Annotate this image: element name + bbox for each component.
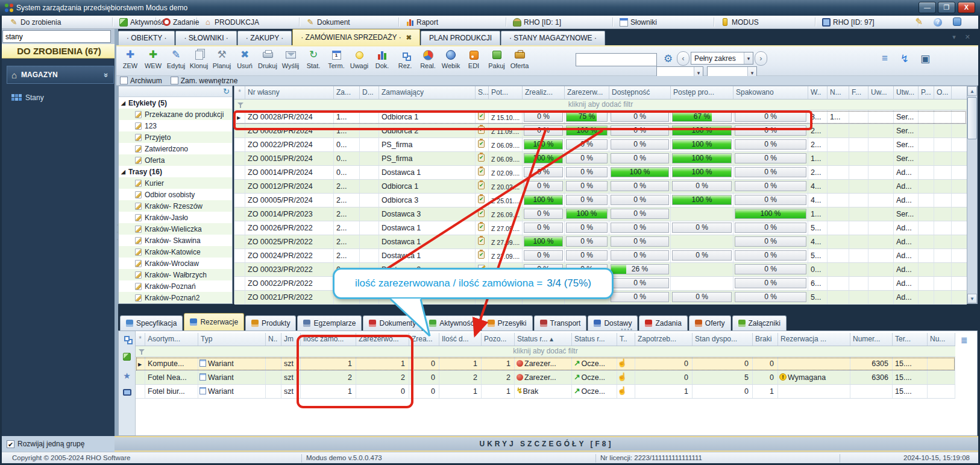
todo-header[interactable]: DO ZROBIENIA (67) (2, 44, 116, 59)
archive-checkbox[interactable]: Archiwum (120, 77, 162, 85)
column-header-nu[interactable]: Nu... (928, 333, 955, 346)
reservation-row-kompute[interactable]: ▸Kompute...Wariantszt11011Zarezer...↗Ocz… (136, 357, 955, 371)
range-prev-button[interactable]: ‹ (677, 51, 689, 66)
column-header-zamow[interactable]: Ilość zamó... (301, 333, 356, 346)
sidebar-group-magazyn[interactable]: ⌂ MAGAZYN » (7, 66, 114, 84)
grid-filter-row[interactable]: kliknij aby dodać filtr (136, 346, 955, 357)
detail-tab-transport[interactable]: Transport (534, 315, 587, 331)
menu-item-raport[interactable]: Raport (403, 16, 441, 28)
expand-group-checkbox[interactable]: ✔ Rozwijaj jedną grupę (2, 436, 115, 452)
tree-item-kraków-wałbrzych[interactable]: Kraków- Wałbrzych (119, 269, 232, 280)
detail-tab-aktywność[interactable]: Aktywność (423, 315, 480, 331)
hide-details-bar[interactable]: UKRYJ SZCZEGÓŁY [F8] (115, 436, 978, 452)
tree-item-kraków-jasło[interactable]: Kraków-Jasło (119, 212, 232, 223)
toolbar-button-wyślij[interactable]: Wyślij (279, 48, 302, 75)
tab-close-icon[interactable]: ✖ (406, 30, 412, 45)
toolbar-button-dok[interactable]: Dok. (371, 48, 394, 75)
column-header-st2[interactable]: Status r... (572, 333, 617, 346)
column-header-w[interactable]: W.. (808, 86, 828, 99)
column-header-utw[interactable]: Utw... (894, 86, 919, 99)
column-header-postep[interactable]: Postęp pro... (671, 86, 733, 99)
toolbar-button-klonuj[interactable]: Klonuj (187, 48, 210, 75)
column-header-pot[interactable]: Pot... (489, 86, 523, 99)
column-header-o[interactable]: O... (934, 86, 952, 99)
column-header-n[interactable]: N... (828, 86, 849, 99)
toolbar-button-real[interactable]: Real. (416, 48, 439, 75)
column-header-pp[interactable]: P... (919, 86, 934, 99)
menu-item-dokument[interactable]: ✎Dokument (303, 16, 353, 28)
reservation-row-fotel-biur[interactable]: Fotel biur...Wariantszt10011↯Brak↗Ocze..… (136, 385, 955, 399)
detail-tab-produkty[interactable]: Produkty (245, 315, 296, 331)
toolbar-button-term[interactable]: 1Term. (325, 48, 348, 75)
tree-group-etykiety-5[interactable]: ◢Etykiety (5) (119, 97, 232, 109)
chat-button[interactable] (953, 17, 961, 28)
tab-overflow-controls[interactable]: ▾ ✕ (952, 33, 974, 41)
gear-icon[interactable]: ⚙ (664, 52, 673, 65)
tree-item-kraków-poznań2[interactable]: Kraków-Poznań2 (119, 292, 232, 303)
order-row-zo-00026-pr-2022[interactable]: ZO 00026/PR/20222...Dostawca 1Z 27.09...… (234, 221, 967, 235)
detail-tab-przesyłki[interactable]: Przesyłki (482, 315, 533, 331)
tree-item-123[interactable]: 123 (119, 120, 232, 131)
column-header-ind[interactable]: * (234, 86, 245, 99)
column-header-zarez[interactable]: Zarezerwo... (356, 333, 409, 346)
tree-item-kurier[interactable]: Kurier (119, 177, 232, 189)
toolbar-search-input[interactable] (576, 53, 657, 66)
menu-item-modus[interactable]: MODUS (718, 16, 762, 28)
main-grid-scrollbar[interactable]: ▲ ▼ (967, 86, 978, 304)
tree-item-przekazane-do-produkcji[interactable]: Przekazane do produkcji (119, 109, 232, 120)
tree-item-kraków-rzeszów[interactable]: Kraków- Rzeszów (119, 200, 232, 212)
detail-tab-rezerwacje[interactable]: Rezerwacje (184, 313, 244, 331)
toolbar-button-webik[interactable]: Webik (439, 48, 462, 75)
column-header-dostep[interactable]: Dostępność (609, 86, 671, 99)
detail-tab-specyfikacja[interactable]: Specyfikacja (120, 315, 183, 331)
column-header-typ[interactable]: Typ (198, 333, 266, 346)
column-header-zrea[interactable]: Zrea... (409, 333, 439, 346)
detail-tab-załączniki[interactable]: Załączniki (732, 315, 787, 331)
detail-tab-oferty[interactable]: Oferty (689, 315, 731, 331)
tab-stany-magazynowe[interactable]: · STANY MAGAZYNOWE · (501, 31, 605, 45)
column-header-zrealiz[interactable]: Zrealiz... (523, 86, 565, 99)
tab-słowniki[interactable]: · SŁOWNIKI · (175, 31, 236, 45)
order-row-zo-00025-pr-2022[interactable]: ZO 00025/PR/20222...Dostawca 1Z 27.09...… (234, 235, 967, 249)
refresh-icon[interactable]: ↻ (223, 87, 230, 96)
tree-item-kraków-wieliczka[interactable]: Kraków-Wieliczka (119, 223, 232, 235)
order-row-zo-00024-pr-2022[interactable]: ZO 00024/PR/20222...Dostawca 1Z 27.09...… (234, 249, 967, 263)
column-list-icon[interactable]: ≣ (961, 335, 968, 345)
column-header-braki[interactable]: Braki (753, 333, 778, 346)
toolbar-button-rez[interactable]: Rez. (394, 48, 416, 75)
menu-item-produkcja[interactable]: ⌂PRODUKCJA (201, 16, 262, 28)
grid-filter-row[interactable]: kliknij aby dodać filtr (234, 100, 967, 110)
column-header-rez[interactable]: Rezerwacja ... (778, 333, 850, 346)
tree-group-trasy-16[interactable]: ◢Trasy (16) (119, 166, 232, 177)
toolbar-button-wew[interactable]: ✚WEW (142, 48, 165, 75)
tree-item-kraków-skawina[interactable]: Kraków- Skawina (119, 235, 232, 246)
tab-zamówienia-sprzedaży[interactable]: · ZAMÓWIENIA SPRZEDAŻY ·✖ (292, 29, 420, 45)
detail-tab-zadania[interactable]: Zadania (639, 315, 687, 331)
tree-item-kraków-katowice[interactable]: Kraków-Katowice (119, 246, 232, 258)
order-row-zo-00012-pr-2024[interactable]: ZO 00012/PR/20242...Odbiorca 1Z 20.02...… (234, 180, 967, 194)
toolbar-button-planuj[interactable]: ⚒Planuj (210, 48, 233, 75)
column-header-ind[interactable]: * (136, 333, 145, 346)
order-row-zo-00014-pr-2023[interactable]: ZO 00014/PR/20232...Dostawca 3Z 26.09...… (234, 207, 967, 221)
scroll-up-icon[interactable]: ▲ (967, 86, 977, 96)
menu-item-słowniki[interactable]: Słowniki (617, 16, 660, 28)
range-select[interactable]: Pełny zakres▾ (691, 52, 753, 65)
close-button[interactable]: X (958, 2, 975, 13)
toolbar-button-uwagi[interactable]: Uwagi (348, 48, 371, 75)
list-settings-icon[interactable]: ≡ (882, 52, 888, 65)
tree-item-zatwierdzono[interactable]: Zatwierdzono (119, 143, 232, 154)
tree-item-kraków-poznań[interactable]: Kraków-Poznań (119, 280, 232, 292)
column-header-spak[interactable]: Spakowano (733, 86, 808, 99)
layout-icon[interactable]: ▣ (920, 52, 930, 65)
menu-item-zadanie[interactable]: Zadanie (160, 16, 202, 28)
order-row-zo-00022-pr-2024[interactable]: ZO 00022/PR/20240...PS_firmaZ 06.09....1… (234, 138, 967, 152)
column-header-zapo[interactable]: Zapotrzeb... (635, 333, 693, 346)
refresh-flash-icon[interactable]: ↯ (900, 52, 909, 65)
maximize-button[interactable]: ❐ (938, 2, 955, 13)
menu-item-rho-id-1[interactable]: RHO [ID: 1] (510, 16, 564, 28)
detail-tab-egzemplarze[interactable]: Egzemplarze (297, 315, 362, 331)
column-header-stan[interactable]: Stan dyspo... (693, 333, 753, 346)
sidebar-item-stany[interactable]: Stany (7, 90, 103, 106)
layout-icon[interactable] (122, 335, 132, 345)
toolbar-button-pakuj[interactable]: Pakuj (485, 48, 508, 75)
